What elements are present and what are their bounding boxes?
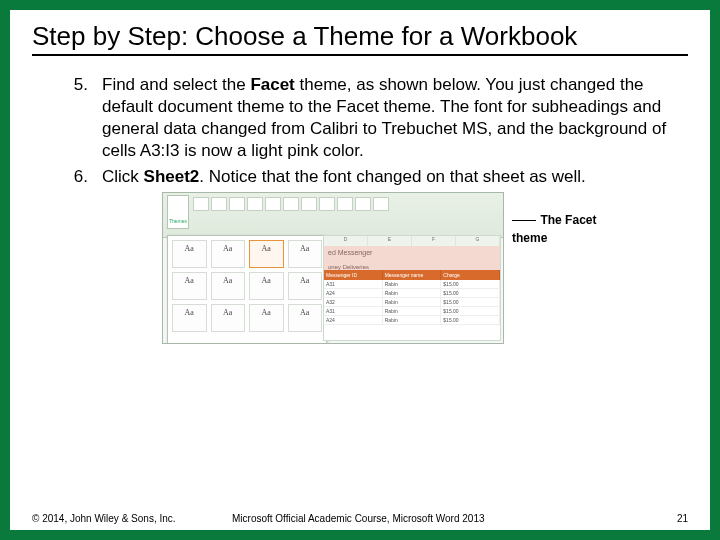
page-title: Step by Step: Choose a Theme for a Workb… (32, 22, 688, 52)
td: A24 (324, 316, 383, 325)
callout-leader-line (512, 220, 536, 221)
theme-swatch-facet: Aa (249, 240, 284, 268)
ribbon-icon (229, 197, 245, 211)
figure: Themes (162, 192, 688, 344)
ribbon-icon (355, 197, 371, 211)
footer-page: 21 (658, 513, 688, 524)
td: Rabin (383, 289, 442, 298)
step-number: 5. (32, 74, 102, 162)
td: Rabin (383, 298, 442, 307)
theme-swatch: Aa (211, 240, 246, 268)
ribbon-icon (211, 197, 227, 211)
table-row: A24Rabin$15.00 (324, 289, 500, 298)
bold: Facet (250, 75, 294, 94)
step-number: 6. (32, 166, 102, 188)
themes-button: Themes (167, 195, 189, 229)
slide: Step by Step: Choose a Theme for a Workb… (0, 0, 720, 540)
figure-callout: The Facet theme (512, 210, 612, 246)
td: Rabin (383, 280, 442, 289)
ribbon-icon (265, 197, 281, 211)
footer-copyright: © 2014, John Wiley & Sons, Inc. (32, 513, 232, 524)
ribbon-icon (301, 197, 317, 211)
step-5: 5. Find and select the Facet theme, as s… (32, 74, 688, 162)
th: Charge (441, 270, 500, 280)
theme-swatch: Aa (249, 272, 284, 300)
table-row: A31Rabin$15.00 (324, 307, 500, 316)
table-row: A32Rabin$15.00 (324, 298, 500, 307)
excel-screenshot: Themes (162, 192, 504, 344)
td: A31 (324, 280, 383, 289)
td: A32 (324, 298, 383, 307)
step-text: Click Sheet2. Notice that the font chang… (102, 166, 688, 188)
step-list: 5. Find and select the Facet theme, as s… (32, 74, 688, 188)
theme-swatch: Aa (211, 272, 246, 300)
td: A24 (324, 289, 383, 298)
ribbon-icon (337, 197, 353, 211)
table-body: A31Rabin$15.00 A24Rabin$15.00 A32Rabin$1… (324, 280, 500, 325)
theme-swatch: Aa (249, 304, 284, 332)
theme-swatch: Aa (288, 272, 323, 300)
td: $15.00 (441, 316, 500, 325)
ribbon-icon (193, 197, 209, 211)
footer: © 2014, John Wiley & Sons, Inc. Microsof… (32, 513, 688, 524)
th: Messenger name (383, 270, 442, 280)
td: $15.00 (441, 289, 500, 298)
td: A31 (324, 307, 383, 316)
bold: Sheet2 (144, 167, 200, 186)
th: Messenger ID (324, 270, 383, 280)
theme-swatch: Aa (288, 240, 323, 268)
td: $15.00 (441, 298, 500, 307)
theme-swatch: Aa (172, 272, 207, 300)
ribbon-icon (319, 197, 335, 211)
ribbon-icon (283, 197, 299, 211)
col: G (456, 236, 500, 246)
title-rule (32, 54, 688, 56)
footer-course: Microsoft Official Academic Course, Micr… (232, 513, 658, 524)
td: Rabin (383, 316, 442, 325)
col: D (324, 236, 368, 246)
step-text: Find and select the Facet theme, as show… (102, 74, 688, 162)
t: . Notice that the font changed on that s… (199, 167, 586, 186)
theme-swatch: Aa (172, 240, 207, 268)
t: ed Messenger (328, 249, 372, 256)
sheet-subtitle-row: oney Deliveries (324, 260, 500, 270)
col: F (412, 236, 456, 246)
column-headers: D E F G (324, 236, 500, 246)
content: Step by Step: Choose a Theme for a Workb… (10, 10, 710, 344)
col: E (368, 236, 412, 246)
ribbon: Themes (163, 193, 503, 238)
sheet-title-row: ed Messenger (324, 246, 500, 260)
theme-swatch: Aa (172, 304, 207, 332)
table-row: A31Rabin$15.00 (324, 280, 500, 289)
table-row: A24Rabin$15.00 (324, 316, 500, 325)
t: Click (102, 167, 144, 186)
step-6: 6. Click Sheet2. Notice that the font ch… (32, 166, 688, 188)
td: Rabin (383, 307, 442, 316)
t: Find and select the (102, 75, 250, 94)
callout-text: The Facet theme (512, 213, 596, 245)
ribbon-icon (373, 197, 389, 211)
ribbon-icon (247, 197, 263, 211)
theme-gallery: Aa Aa Aa Aa Aa Aa Aa Aa Aa Aa Aa Aa (167, 235, 327, 344)
theme-swatch: Aa (211, 304, 246, 332)
td: $15.00 (441, 307, 500, 316)
td: $15.00 (441, 280, 500, 289)
ribbon-icons (193, 195, 499, 235)
worksheet: D E F G ed Messenger oney Deliveries Mes… (323, 235, 501, 341)
table-header-row: Messenger ID Messenger name Charge (324, 270, 500, 280)
theme-swatch: Aa (288, 304, 323, 332)
